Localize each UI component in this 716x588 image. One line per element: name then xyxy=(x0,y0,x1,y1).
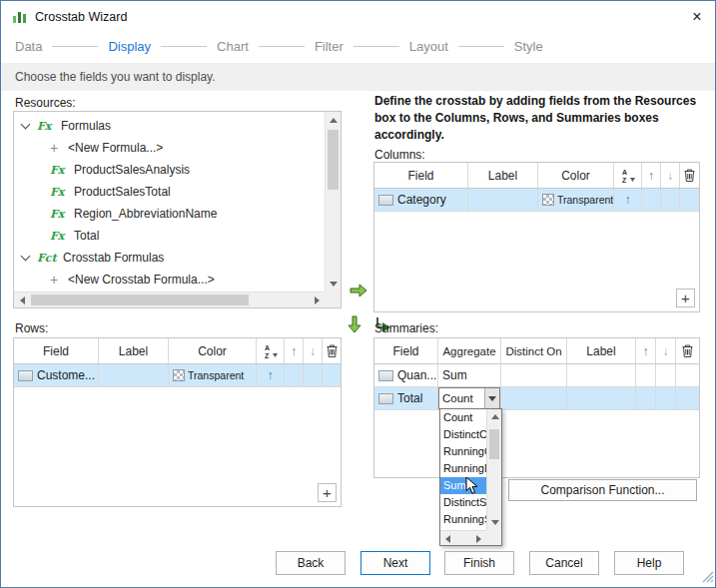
move-to-columns-button[interactable] xyxy=(348,281,369,300)
step-data[interactable]: Data xyxy=(15,39,42,54)
columns-label: Columns: xyxy=(374,148,425,162)
arrow-down-icon: ↓ xyxy=(310,344,316,358)
resize-grip[interactable] xyxy=(699,568,714,586)
scrollbar-corner xyxy=(325,292,341,307)
arrow-right-icon xyxy=(349,283,368,298)
header-color: Color xyxy=(169,338,257,363)
dropdown-item-sum-selected[interactable]: Sum xyxy=(440,477,486,494)
delete-row-button[interactable] xyxy=(323,338,341,363)
dropdown-item-distinctsum[interactable]: DistinctSum xyxy=(440,494,486,511)
step-style[interactable]: Style xyxy=(514,39,543,54)
columns-row-category[interactable]: Category Transparent ↑ xyxy=(374,189,699,212)
comparison-function-button[interactable]: Comparison Function... xyxy=(508,479,697,501)
formula-icon: Fx xyxy=(37,120,61,133)
scrollbar-thumb[interactable] xyxy=(489,429,499,459)
dropdown-vertical-scrollbar[interactable] xyxy=(486,409,501,530)
scroll-right-icon[interactable] xyxy=(309,293,325,308)
header-field: Field xyxy=(14,338,99,363)
transparent-swatch-icon xyxy=(173,369,185,381)
step-layout[interactable]: Layout xyxy=(409,39,448,54)
resources-vertical-scrollbar[interactable] xyxy=(325,112,341,292)
tree-item-new-crosstab-formula[interactable]: + <New Crosstab Formula...> xyxy=(14,269,324,291)
rows-row-customer[interactable]: Custome... Transparent ↑ xyxy=(14,364,341,387)
move-row-up-button[interactable]: ↑ xyxy=(636,338,656,363)
scrollbar-thumb[interactable] xyxy=(31,294,249,305)
header-field: Field xyxy=(374,338,438,363)
add-column-button[interactable]: + xyxy=(676,289,695,307)
finish-button[interactable]: Finish xyxy=(444,551,514,575)
field-icon xyxy=(378,370,393,381)
window-title: Crosstab Wizard xyxy=(35,10,127,24)
move-row-up-button[interactable]: ↑ xyxy=(285,338,304,363)
sort-az-button[interactable]: AZ xyxy=(257,338,285,363)
dropdown-item-count[interactable]: Count xyxy=(440,409,486,426)
scroll-right-icon[interactable] xyxy=(471,531,486,546)
wizard-subtitle: Choose the fields you want to display. xyxy=(1,63,715,91)
scroll-left-icon[interactable] xyxy=(14,293,30,308)
dropdown-item-runningcount[interactable]: RunningCount xyxy=(440,443,486,460)
tree-item-formulas[interactable]: Fx Formulas xyxy=(14,115,324,137)
move-row-down-button[interactable]: ↓ xyxy=(661,163,680,188)
scroll-left-icon[interactable] xyxy=(440,531,455,546)
move-row-down-button[interactable]: ↓ xyxy=(656,338,676,363)
aggregate-option-list: Count DistinctCount RunningCount Running… xyxy=(440,409,486,530)
add-row-button[interactable]: + xyxy=(318,483,337,502)
delete-row-button[interactable] xyxy=(676,338,699,363)
arrow-down-icon: ↓ xyxy=(667,169,673,183)
svg-text:Z: Z xyxy=(622,177,627,184)
columns-header-row: Field Label Color AZ ↑ ↓ xyxy=(374,163,699,189)
summaries-header-row: Field Aggregate Distinct On Label ↑ ↓ xyxy=(374,338,699,364)
next-button[interactable]: Next xyxy=(360,551,430,575)
chevron-expanded-icon[interactable] xyxy=(21,120,31,130)
scroll-up-icon[interactable] xyxy=(326,112,342,128)
step-chart[interactable]: Chart xyxy=(217,39,249,54)
scroll-down-icon[interactable] xyxy=(487,515,502,530)
move-to-rows-button[interactable] xyxy=(345,313,364,335)
svg-text:Z: Z xyxy=(265,352,270,359)
tree-item-productsalesanalysis[interactable]: Fx ProductSalesAnalysis xyxy=(14,159,324,181)
scroll-down-icon[interactable] xyxy=(326,276,342,292)
arrow-up-icon: ↑ xyxy=(291,344,297,358)
scrollbar-thumb[interactable] xyxy=(328,130,339,190)
close-icon[interactable]: × xyxy=(686,6,708,28)
tree-item-region-abbreviationname[interactable]: Fx Region_AbbreviationName xyxy=(14,203,324,225)
move-row-up-button[interactable]: ↑ xyxy=(642,163,661,188)
new-item-icon: + xyxy=(50,272,68,288)
summaries-row-total[interactable]: Total Count xyxy=(374,387,699,410)
step-filter[interactable]: Filter xyxy=(315,39,344,54)
sort-az-button[interactable]: AZ xyxy=(614,163,642,188)
arrow-down-icon xyxy=(347,314,362,334)
dropdown-item-runningdistinctcount[interactable]: RunningDistinctCount xyxy=(440,460,486,477)
field-icon xyxy=(18,370,33,381)
resources-horizontal-scrollbar[interactable] xyxy=(14,292,325,307)
aggregate-combobox[interactable]: Count xyxy=(438,387,500,409)
move-row-down-button[interactable]: ↓ xyxy=(304,338,323,363)
header-aggregate: Aggregate xyxy=(438,338,501,363)
step-connector xyxy=(458,46,504,47)
transparent-swatch-icon xyxy=(542,194,554,206)
combo-dropdown-button[interactable] xyxy=(484,388,499,408)
dropdown-item-distinctcount[interactable]: DistinctCount xyxy=(440,426,486,443)
aggregate-value: Count xyxy=(439,392,473,404)
tree-item-new-formula[interactable]: + <New Formula...> xyxy=(14,137,324,159)
summaries-row-quantity[interactable]: Quan... Sum xyxy=(374,364,699,387)
formula-icon: Fx xyxy=(50,230,74,243)
scroll-up-icon[interactable] xyxy=(487,409,502,424)
dropdown-item-runningsum[interactable]: RunningSum xyxy=(440,511,486,528)
crosstab-formula-icon: Fct xyxy=(37,252,63,265)
tree-item-crosstab-formulas[interactable]: Fct Crosstab Formulas xyxy=(14,247,324,269)
dropdown-horizontal-scrollbar[interactable] xyxy=(440,530,486,545)
tree-item-total[interactable]: Fx Total xyxy=(14,225,324,247)
titlebar: Crosstab Wizard xyxy=(1,1,715,32)
back-button[interactable]: Back xyxy=(276,551,346,575)
svg-text:A: A xyxy=(622,169,627,176)
cancel-button[interactable]: Cancel xyxy=(529,551,599,575)
tree-item-productsalestotal[interactable]: Fx ProductSalesTotal xyxy=(14,181,324,203)
help-button[interactable]: Help xyxy=(614,551,684,575)
delete-row-button[interactable] xyxy=(680,163,699,188)
step-connector xyxy=(259,46,305,47)
step-display[interactable]: Display xyxy=(108,39,151,54)
header-label: Label xyxy=(567,338,636,363)
chevron-expanded-icon[interactable] xyxy=(21,252,31,262)
header-label: Label xyxy=(99,338,169,363)
